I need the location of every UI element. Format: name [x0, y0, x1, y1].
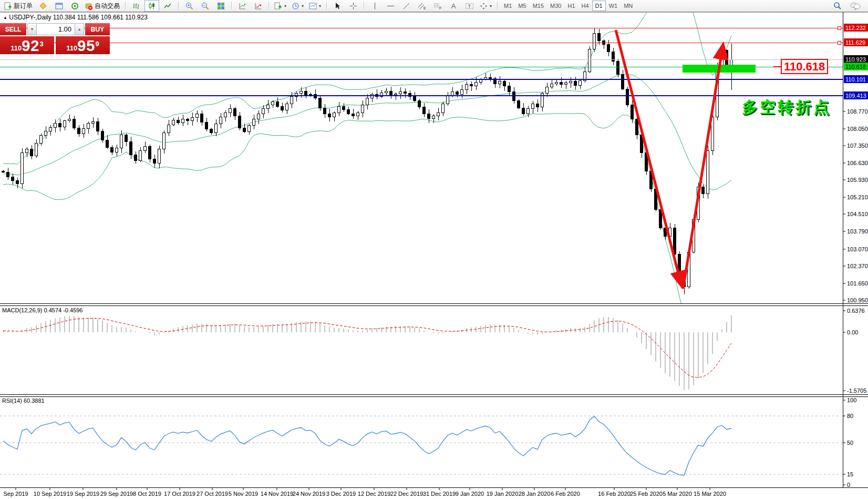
candle-body — [286, 104, 288, 110]
candle-body — [352, 114, 355, 116]
candle-body — [470, 85, 473, 86]
chart-surface[interactable]: 108.770108.050107.350106.630105.930105.2… — [0, 0, 868, 499]
chat-button[interactable] — [848, 0, 863, 12]
candle-body — [26, 149, 28, 153]
signal-button[interactable] — [67, 0, 82, 12]
timeframe-button-H1[interactable]: H1 — [564, 1, 578, 11]
candle-body — [40, 135, 43, 143]
market-watch-button[interactable] — [36, 0, 50, 12]
candle-body — [111, 147, 113, 152]
text-button[interactable]: A — [446, 0, 461, 12]
date-label: 17 Oct 2019 — [164, 491, 195, 497]
candle-body — [97, 121, 99, 131]
arrows-icon — [480, 2, 488, 10]
buy-price-display[interactable]: 110959 — [56, 36, 110, 54]
volume-increase-button[interactable]: ▴ — [75, 23, 84, 35]
candle-body — [414, 97, 416, 100]
zoom-in-button[interactable] — [182, 0, 197, 12]
candle-body — [617, 61, 619, 74]
rsi-tick-label: 100 — [847, 397, 856, 403]
timeframe-button-M15[interactable]: M15 — [530, 1, 547, 11]
macd-tick-label: -1.5705 — [847, 388, 866, 394]
candle-body — [404, 92, 407, 94]
chart-window-button[interactable] — [51, 0, 66, 12]
candle-body — [149, 146, 151, 159]
sell-price-display[interactable]: 110923 — [0, 36, 54, 54]
add-indicator-button[interactable] — [251, 0, 265, 12]
candle-body — [35, 143, 38, 156]
date-label: 27 Oct 2019 — [197, 491, 228, 497]
horizontal-line-button[interactable] — [383, 0, 398, 12]
search-button[interactable] — [830, 0, 845, 12]
candle-body — [456, 92, 459, 95]
candle-body — [546, 87, 549, 94]
zoom-out-button[interactable] — [198, 0, 212, 12]
tile-windows-button[interactable] — [213, 0, 228, 12]
candle-body — [82, 129, 85, 134]
chart-shift-button[interactable]: ▾ — [307, 0, 323, 12]
channel-letter: E — [423, 6, 426, 10]
volume-input[interactable]: 1.00 — [37, 23, 75, 35]
candle-body — [172, 120, 175, 125]
trendline-button[interactable] — [399, 0, 414, 12]
indicators-button[interactable] — [235, 0, 250, 12]
sell-button[interactable]: SELL — [0, 23, 26, 35]
label-letter: T — [468, 4, 471, 9]
bar-chart-icon — [132, 2, 140, 10]
candle-body — [518, 100, 520, 108]
crosshair-button[interactable] — [346, 0, 360, 12]
volume-decrease-button[interactable]: ▾ — [27, 23, 37, 35]
timeframe-button-H4[interactable]: H4 — [578, 1, 592, 11]
candle-body — [21, 153, 24, 184]
candle-body — [503, 82, 506, 86]
bar-chart-button[interactable] — [129, 0, 143, 12]
templates-button[interactable]: ▾ — [272, 0, 288, 12]
price-tick-label: 104.510 — [847, 211, 868, 217]
text-label-button[interactable]: T — [462, 0, 477, 12]
arrows-button[interactable]: ▾ — [478, 0, 494, 12]
buy-button[interactable]: BUY — [85, 23, 110, 35]
timeframe-button-M5[interactable]: M5 — [515, 1, 529, 11]
candle-body — [338, 106, 340, 113]
zoom-in-icon — [185, 2, 193, 10]
toolbar-separator — [268, 2, 269, 10]
timeframes-menu-button[interactable]: ▾ — [290, 0, 306, 12]
price-tick-label: 103.790 — [847, 228, 868, 235]
sell-price-prefix: 110 — [11, 43, 22, 53]
price-tick-label: 105.930 — [847, 177, 868, 183]
line-chart-button[interactable] — [160, 0, 175, 12]
equidistant-channel-button[interactable]: E — [415, 0, 429, 12]
buy-price-sup: 9 — [96, 36, 99, 52]
timeframe-button-M30[interactable]: M30 — [547, 1, 564, 11]
cursor-button[interactable] — [330, 0, 345, 12]
candle-body — [395, 94, 397, 95]
price-tick-label: 108.050 — [847, 126, 868, 132]
date-label: 24 Nov 2019 — [293, 491, 325, 497]
macd-indicator-label: MACD(12,26,9) 0.4574 -0.4596 — [2, 307, 82, 313]
toolbar-separator — [326, 2, 327, 10]
candle-body — [636, 119, 638, 135]
new-order-label: 新订单 — [14, 2, 33, 11]
dropdown-caret-icon: ▾ — [302, 4, 304, 8]
candle-body — [423, 107, 426, 114]
autotrading-button[interactable]: 自动交易 — [83, 0, 122, 12]
candle-body — [248, 126, 251, 132]
date-label: 28 Jan 2020 — [519, 491, 551, 497]
new-order-button[interactable]: 新订单 — [2, 0, 35, 12]
candlestick-chart-button[interactable] — [144, 0, 159, 12]
date-label: Sep 2019 — [3, 491, 28, 497]
candle-body — [191, 117, 194, 120]
price-level-badge-text: 110.923 — [845, 56, 866, 63]
timeframe-button-D1[interactable]: D1 — [592, 1, 606, 11]
price-level-badge-text: 109.413 — [845, 93, 866, 99]
fibonacci-button[interactable]: F — [430, 0, 445, 12]
candle-body — [588, 49, 591, 72]
candle-body — [45, 131, 47, 136]
timeframe-button-MN[interactable]: MN — [621, 1, 636, 11]
price-tick-label: 102.370 — [847, 263, 868, 269]
timeframe-group: M1M5M15M30H1H4D1W1MN — [501, 1, 636, 11]
timeframe-button-W1[interactable]: W1 — [606, 1, 621, 11]
candle-body — [428, 114, 430, 118]
timeframe-button-M1[interactable]: M1 — [501, 1, 515, 11]
vertical-line-button[interactable] — [367, 0, 382, 12]
